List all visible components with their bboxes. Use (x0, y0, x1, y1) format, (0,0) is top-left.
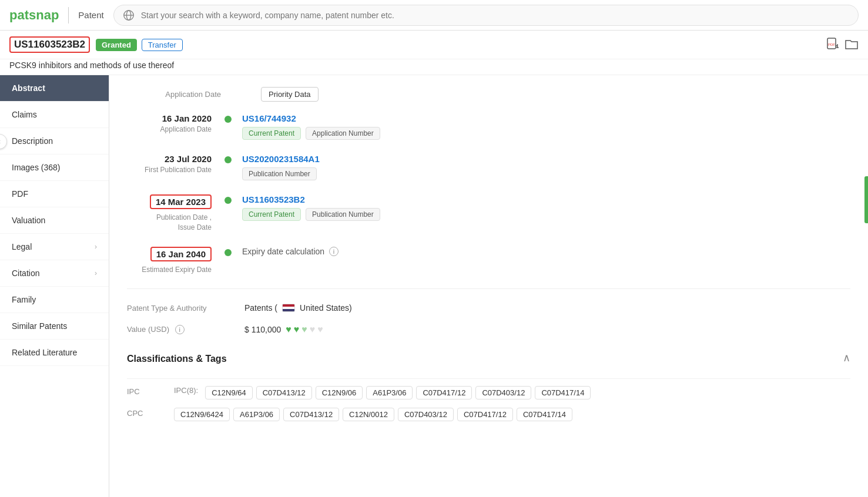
ipc-prefix: IPC(8): (174, 386, 198, 399)
tag-current-patent-3: Current Patent (242, 208, 301, 221)
expiry-content: Expiry date calculation i (242, 247, 850, 256)
timeline-content-1: US16/744932 Current Patent Application N… (235, 113, 850, 140)
timeline-patent-link-2[interactable]: US20200231584A1 (242, 154, 850, 164)
timeline-date-col-4: 16 Jan 2040 Estimated Expiry Date (127, 247, 221, 275)
timeline-dot-col-2 (221, 154, 235, 163)
timeline-dot-col-1 (221, 113, 235, 123)
toolbar-icons: PDF (826, 36, 859, 53)
timeline-dot-col-3 (221, 194, 235, 204)
tag-application-number-1: Application Number (306, 127, 380, 140)
timeline-dot-col-4 (221, 247, 235, 256)
timeline-date-col-1: 16 Jan 2020 Application Date (127, 113, 221, 135)
value-label: Value (USD) i (127, 325, 244, 334)
ipc-row: IPC IPC(8): C12N9/64 C07D413/12 C12N9/06… (127, 386, 850, 399)
header: patsnap Patent (0, 0, 868, 31)
ipc-tag-4[interactable]: A61P3/06 (366, 386, 413, 399)
cpc-tag-2[interactable]: A61P3/06 (233, 408, 280, 421)
heart-2: ♥ (294, 324, 300, 335)
logo: patsnap (9, 8, 59, 23)
sidebar-item-description[interactable]: Description (0, 128, 109, 155)
value-content: $ 110,000 ♥ ♥ ♥ ♥ ♥ (244, 324, 323, 335)
sidebar-item-label: Similar Patents (12, 321, 67, 331)
tag-current-patent-1: Current Patent (242, 127, 301, 140)
sidebar-item-label: Valuation (12, 216, 45, 225)
timeline-patent-link-3[interactable]: US11603523B2 (242, 194, 850, 204)
sidebar-item-similar-patents[interactable]: Similar Patents (0, 313, 109, 340)
cpc-tag-6[interactable]: C07D417/12 (457, 408, 513, 421)
timeline-date-col-3: 14 Mar 2023 Publication Date ,Issue Date (127, 194, 221, 233)
cpc-tag-1[interactable]: C12N9/6424 (174, 408, 230, 421)
ipc-tag-7[interactable]: C07D417/14 (535, 386, 591, 399)
expiry-text: Expiry date calculation (242, 247, 324, 256)
priority-data-button[interactable]: Priority Data (261, 87, 319, 102)
timeline-header: Application Date Priority Data (127, 87, 850, 102)
timeline-date-1: 16 Jan 2020 (127, 113, 212, 123)
cpc-row: CPC C12N9/6424 A61P3/06 C07D413/12 C12N/… (127, 408, 850, 421)
sidebar-item-legal[interactable]: Legal › (0, 234, 109, 260)
application-date-header-label: Application Date (127, 90, 221, 99)
header-patent-label: Patent (78, 10, 103, 20)
folder-icon[interactable] (844, 37, 859, 53)
heart-4: ♥ (310, 324, 316, 335)
heart-5: ♥ (317, 324, 323, 335)
ipc-tag-5[interactable]: C07D417/12 (416, 386, 472, 399)
sidebar-item-citation[interactable]: Citation › (0, 260, 109, 287)
value-row: Value (USD) i $ 110,000 ♥ ♥ ♥ ♥ ♥ (127, 320, 850, 335)
timeline-date-sub-1: Application Date (127, 125, 212, 135)
timeline-content-4: Expiry date calculation i (235, 247, 850, 256)
timeline-patent-link-1[interactable]: US16/744932 (242, 113, 850, 123)
value-amount: $ 110,000 (244, 325, 281, 334)
search-container (113, 5, 859, 26)
sidebar-item-family[interactable]: Family (0, 287, 109, 313)
timeline-tags-1: Current Patent Application Number (242, 127, 850, 140)
timeline-date-sub-2: First Publication Date (127, 165, 212, 175)
patent-subtitle: PCSK9 inhibitors and methods of use ther… (0, 59, 868, 75)
cpc-tag-4[interactable]: C12N/0012 (343, 408, 394, 421)
sidebar-item-label: Family (12, 295, 36, 304)
patent-type-label: Patent Type & Authority (127, 304, 244, 313)
ipc-tag-6[interactable]: C07D403/12 (475, 386, 531, 399)
sidebar-item-images[interactable]: Images (368) (0, 155, 109, 181)
timeline-tags-2: Publication Number (242, 167, 850, 180)
transfer-button[interactable]: Transfer (142, 39, 183, 51)
patent-country: United States) (300, 303, 352, 313)
patent-type-row: Patent Type & Authority Patents ( United… (127, 298, 850, 313)
cpc-tag-5[interactable]: C07D403/12 (398, 408, 454, 421)
hearts-container: ♥ ♥ ♥ ♥ ♥ (286, 324, 323, 335)
ipc-tag-3[interactable]: C12N9/06 (316, 386, 363, 399)
timeline-row-3: 14 Mar 2023 Publication Date ,Issue Date… (127, 194, 850, 233)
pdf-download-icon[interactable]: PDF (826, 36, 840, 53)
patent-type-value: Patents ( United States) (244, 303, 352, 313)
timeline-row-2: 23 Jul 2020 First Publication Date US202… (127, 154, 850, 180)
timeline-date-4: 16 Jan 2040 (150, 247, 212, 261)
ipc-tag-1[interactable]: C12N9/64 (205, 386, 253, 399)
cpc-tag-3[interactable]: C07D413/12 (283, 408, 339, 421)
sidebar-item-abstract[interactable]: Abstract (0, 75, 109, 102)
timeline-date-2: 23 Jul 2020 (127, 154, 212, 164)
timeline-date-sub-4: Estimated Expiry Date (127, 265, 212, 275)
classifications-collapse-icon[interactable]: ∧ (843, 351, 850, 364)
sidebar-item-label: PDF (12, 189, 28, 199)
classifications-title: Classifications & Tags (127, 354, 227, 364)
patent-type-text: Patents ( (244, 303, 277, 313)
timeline-date-col-2: 23 Jul 2020 First Publication Date (127, 154, 221, 175)
tag-publication-number-2: Publication Number (242, 167, 317, 180)
sidebar-item-related-literature[interactable]: Related Literature (0, 340, 109, 366)
timeline-dot-2 (224, 156, 232, 163)
classifications-section: Classifications & Tags ∧ (127, 342, 850, 379)
timeline-content-2: US20200231584A1 Publication Number (235, 154, 850, 180)
sidebar-item-claims[interactable]: Claims (0, 102, 109, 128)
ipc-tag-2[interactable]: C07D413/12 (256, 386, 312, 399)
timeline-content-3: US11603523B2 Current Patent Publication … (235, 194, 850, 221)
value-label-text: Value (USD) (127, 325, 169, 334)
sidebar-item-valuation[interactable]: Valuation (0, 207, 109, 234)
search-input[interactable] (141, 11, 850, 20)
patent-title-bar: US11603523B2 Granted Transfer PDF (0, 31, 868, 59)
cpc-tag-7[interactable]: C07D417/14 (517, 408, 572, 421)
logo-text: patsnap (9, 8, 59, 23)
timeline-row-1: 16 Jan 2020 Application Date US16/744932… (127, 113, 850, 140)
value-info-icon[interactable]: i (175, 325, 185, 334)
sidebar-item-label: Claims (12, 110, 37, 119)
info-icon[interactable]: i (329, 247, 339, 256)
sidebar-item-pdf[interactable]: PDF (0, 181, 109, 207)
